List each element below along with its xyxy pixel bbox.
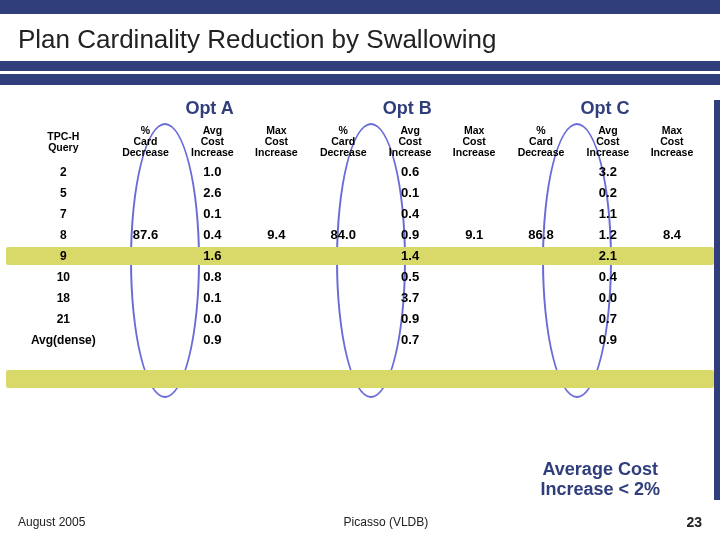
- table-row: 7 0.1 0.4 1.1: [16, 203, 704, 224]
- stripe-row-avg: [6, 370, 714, 388]
- opt-b-header: Opt B: [308, 95, 506, 122]
- table-row: 18 0.1 3.7 0.0: [16, 287, 704, 308]
- col-a-max: MaxCostIncrease: [244, 122, 308, 161]
- table-row: 5 2.6 0.1 0.2: [16, 182, 704, 203]
- table-row: Avg(dense) 0.9 0.7 0.9: [16, 329, 704, 350]
- opt-c-header: Opt C: [506, 95, 704, 122]
- rule-band: [0, 61, 720, 85]
- col-b-avg: AvgCostIncrease: [378, 122, 442, 161]
- footer-page: 23: [686, 514, 702, 530]
- side-accent: [714, 100, 720, 500]
- col-c-card: %CardDecrease: [506, 122, 576, 161]
- data-table: Opt A Opt B Opt C TPC-HQuery %CardDecrea…: [16, 95, 704, 350]
- query-header: TPC-HQuery: [16, 122, 111, 161]
- footer: August 2005 Picasso (VLDB) 23: [0, 514, 720, 530]
- col-a-avg: AvgCostIncrease: [180, 122, 244, 161]
- col-a-card: %CardDecrease: [111, 122, 181, 161]
- callout-average-cost: Average Cost Increase < 2%: [540, 460, 660, 500]
- top-band: [0, 0, 720, 14]
- table-row: 9 1.6 1.4 2.1: [16, 245, 704, 266]
- table-row: 21 0.0 0.9 0.7: [16, 308, 704, 329]
- footer-center: Picasso (VLDB): [344, 515, 429, 529]
- col-b-card: %CardDecrease: [308, 122, 378, 161]
- col-c-max: MaxCostIncrease: [640, 122, 704, 161]
- table-row: 10 0.8 0.5 0.4: [16, 266, 704, 287]
- col-b-max: MaxCostIncrease: [442, 122, 506, 161]
- table-row: 2 1.0 0.6 3.2: [16, 161, 704, 182]
- footer-date: August 2005: [18, 515, 85, 529]
- opt-header-row: Opt A Opt B Opt C: [16, 95, 704, 122]
- slide-title: Plan Cardinality Reduction by Swallowing: [0, 14, 720, 61]
- col-c-avg: AvgCostIncrease: [576, 122, 640, 161]
- opt-a-header: Opt A: [111, 95, 309, 122]
- sub-header-row: TPC-HQuery %CardDecrease AvgCostIncrease…: [16, 122, 704, 161]
- table-row: 8 87.60.49.4 84.00.99.1 86.81.28.4: [16, 224, 704, 245]
- slide-body: Opt A Opt B Opt C TPC-HQuery %CardDecrea…: [0, 85, 720, 350]
